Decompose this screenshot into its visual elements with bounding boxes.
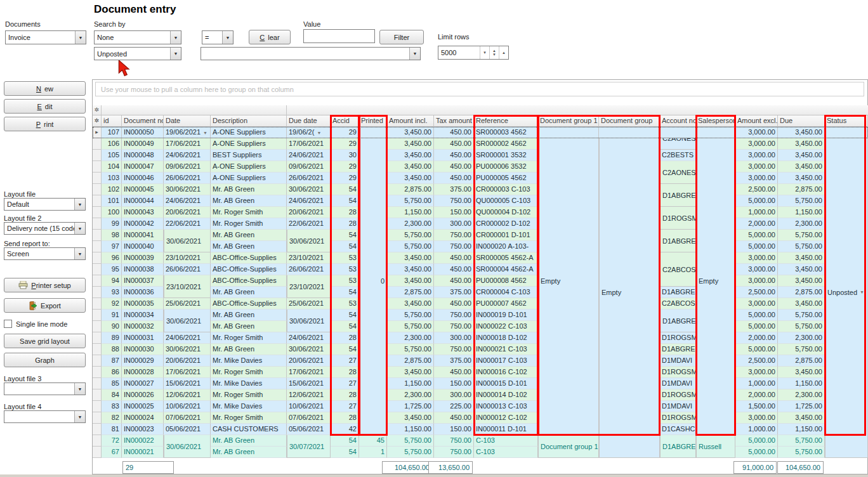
grid-cell-id[interactable]: 103 <box>102 173 122 184</box>
grid-cell-accid[interactable]: 54 <box>331 184 359 195</box>
column-header-amount_incl[interactable]: Amount incl. <box>387 115 434 127</box>
filter-button[interactable]: Filter <box>379 30 424 44</box>
grid-cell-amount_incl[interactable]: 3,450.00 <box>387 161 434 173</box>
grid-cell-doc_no[interactable]: IN000038 <box>122 264 164 275</box>
chevron-down-icon[interactable]: ▼ <box>409 48 420 60</box>
grid-cell-due_date[interactable]: 17/06/2021 <box>287 138 331 150</box>
merged-cell-due_date[interactable]: 30/06/2021 <box>287 230 331 252</box>
secondary-filter-select[interactable]: ▼ <box>201 47 421 60</box>
grid-cell-accid[interactable]: 54 <box>331 241 359 252</box>
merged-cell-date[interactable]: 23/10/2021 <box>164 275 211 298</box>
grid-cell-account[interactable] <box>660 127 696 138</box>
grid-cell-doc_no[interactable]: IN000028 <box>122 367 164 378</box>
grid-cell-reference[interactable]: CR000004 C-103 <box>474 287 538 298</box>
grid-cell-id[interactable]: 98 <box>102 230 122 241</box>
grid-cell-due_date[interactable]: 19/06/2(▼ <box>287 127 331 138</box>
table-row[interactable]: 101IN00004424/06/2021Mr. AB Green24/06/2… <box>93 195 868 207</box>
grid-cell-amount_excl[interactable]: 3,000.00 <box>735 173 778 184</box>
grid-cell-tax[interactable]: 375.00 <box>434 184 474 195</box>
grid-cell-doc_no[interactable]: IN000044 <box>122 195 164 207</box>
posted-filter-select[interactable]: Unposted ▼ <box>94 47 181 60</box>
grid-cell-id[interactable]: 85 <box>102 378 122 389</box>
grid-cell-id[interactable]: 72 <box>102 435 122 447</box>
grid-cell-amount_excl[interactable]: 3,000.00 <box>735 367 778 378</box>
grid-cell-amount_excl[interactable]: 3,000.00 <box>735 150 778 161</box>
grid-cell-desc[interactable]: ABC-Office-Supplies <box>211 275 287 287</box>
merged-cell-docgrp1[interactable]: Document group 1E <box>538 435 599 458</box>
grid-cell-due_date[interactable]: 30/06/2021 <box>287 344 331 355</box>
grid-cell-doc_no[interactable]: IN000040 <box>122 241 164 252</box>
grid-cell-amount_incl[interactable]: 3,450.00 <box>387 173 434 184</box>
grid-cell-id[interactable]: 101 <box>102 195 122 207</box>
grid-cell-due_date[interactable]: 26/06/2021 <box>287 173 331 184</box>
merged-cell-salesperson[interactable]: Russell <box>696 435 735 458</box>
grid-cell-due[interactable]: 1,725.00 <box>778 401 825 412</box>
grid-cell-tax[interactable]: 225.00 <box>434 401 474 412</box>
grid-cell-docgrp[interactable] <box>599 127 660 138</box>
grid-cell-amount_incl[interactable]: 5,750.00 <box>387 310 434 321</box>
grid-cell-date[interactable]: 26/06/2021 <box>164 173 211 184</box>
grid-cell-reference[interactable]: IN000014 D-102 <box>474 389 538 401</box>
grid-cell-tax[interactable]: 450.00 <box>434 412 474 424</box>
grid-cell-due[interactable]: 1,150.00 <box>778 378 825 389</box>
layout-file-select[interactable]: Default ▼ <box>4 198 86 211</box>
grid-cell-accid[interactable]: 53 <box>331 252 359 264</box>
grid-cell-accid[interactable]: 28 <box>331 412 359 424</box>
grid-cell-account[interactable]: D1MDAVI <box>660 378 696 389</box>
printer-setup-button[interactable]: Printer setup <box>4 278 86 292</box>
grid-cell-doc_no[interactable]: IN000046 <box>122 173 164 184</box>
table-row[interactable]: 103IN00004626/06/2021A-ONE Suppliers26/0… <box>93 173 868 184</box>
chevron-down-icon[interactable]: ▼ <box>170 31 181 44</box>
grid-cell-id[interactable]: 82 <box>102 412 122 424</box>
row-indicator[interactable] <box>93 218 102 230</box>
grid-cell-due[interactable]: 5,750.00 <box>778 310 825 321</box>
grid-cell-date[interactable]: 26/06/2021 <box>164 264 211 275</box>
column-header-desc[interactable]: Description <box>211 115 287 127</box>
grid-cell-account[interactable]: D1MDAVI <box>660 355 696 367</box>
grid-cell-due_date[interactable]: 07/06/2021 <box>287 412 331 424</box>
grid-cell-doc_no[interactable]: IN000050 <box>122 127 164 138</box>
grid-cell-reference[interactable]: PU000005 4562 <box>474 173 538 184</box>
grid-cell-amount_excl[interactable]: 1,000.00 <box>735 378 778 389</box>
grid-cell-id[interactable]: 89 <box>102 332 122 344</box>
grid-cell-desc[interactable]: A-ONE Suppliers <box>211 138 287 150</box>
spinner-up-icon[interactable]: ▲ <box>499 46 508 59</box>
row-indicator[interactable] <box>93 264 102 275</box>
grid-cell-doc_no[interactable]: IN000031 <box>122 332 164 344</box>
column-header-due_date[interactable]: Due date <box>287 115 331 127</box>
grid-cell-due_date[interactable]: 26/06/2021 <box>287 264 331 275</box>
grid-cell-desc[interactable]: ABC-Office-Supplies <box>211 298 287 310</box>
row-indicator[interactable] <box>93 287 102 298</box>
grid-cell-desc[interactable]: Mr. Roger Smith <box>211 207 287 218</box>
print-button[interactable]: Print <box>4 117 86 131</box>
grid-cell-due[interactable]: 2,300.00 <box>778 332 825 344</box>
chevron-down-icon[interactable]: ▼ <box>74 248 85 259</box>
table-row[interactable]: 99IN00004222/06/2021Mr. Roger Smith22/06… <box>93 218 868 230</box>
grid-cell-desc[interactable]: Mr. Roger Smith <box>211 412 287 424</box>
grid-cell-tax[interactable]: 450.00 <box>434 264 474 275</box>
grid-cell-due[interactable]: 3,450.00 <box>778 367 825 378</box>
grid-cell-amount_incl[interactable]: 2,875.00 <box>387 184 434 195</box>
row-indicator[interactable] <box>93 321 102 332</box>
row-indicator[interactable] <box>93 401 102 412</box>
grid-cell-due_date[interactable]: 09/06/2021 <box>287 161 331 173</box>
table-row[interactable]: 82IN00002407/06/2021Mr. Roger Smith07/06… <box>93 412 868 424</box>
grid-cell-account[interactable]: D1CASHC <box>660 424 696 435</box>
grid-cell-tax[interactable]: 300.00 <box>434 389 474 401</box>
grid-cell-amount_incl[interactable]: 2,300.00 <box>387 332 434 344</box>
graph-button[interactable]: Graph <box>4 353 86 367</box>
grid-cell-accid[interactable]: 28 <box>331 207 359 218</box>
grid-cell-amount_incl[interactable]: 1,150.00 <box>387 378 434 389</box>
grid-cell-due[interactable]: 2,300.00 <box>778 218 825 230</box>
grid-cell-account[interactable]: D1ROGSM <box>660 412 696 424</box>
grid-cell-amount_incl[interactable]: 3,450.00 <box>387 298 434 310</box>
grid-cell-tax[interactable]: 750.00 <box>434 321 474 332</box>
grid-cell-doc_no[interactable]: IN000045 <box>122 184 164 195</box>
grid-cell-due_date[interactable]: 24/06/2021 <box>287 150 331 161</box>
merged-cell-due_date[interactable]: 30/07/2021 <box>287 435 331 458</box>
column-header-salesperson[interactable]: Salesperson <box>696 115 735 127</box>
grid-cell-date[interactable]: 17/06/2021 <box>164 367 211 378</box>
grid-cell-amount_excl[interactable]: 5,000.00 <box>735 241 778 252</box>
table-row[interactable]: 96IN00003923/10/2021ABC-Office-Supplies2… <box>93 252 868 264</box>
grid-cell-desc[interactable]: Mr. AB Green <box>211 447 287 458</box>
